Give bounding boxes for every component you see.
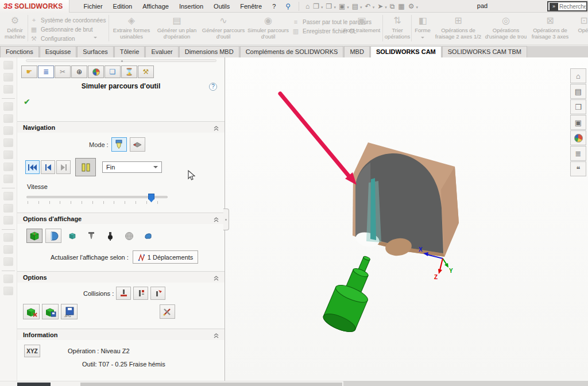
attach-icon[interactable]: ⧉ [388, 1, 397, 11]
save-caret-icon[interactable]: ▾ [347, 5, 349, 10]
new-doc-icon[interactable]: ❐ [311, 1, 321, 11]
feature-edge-strip[interactable] [0, 57, 17, 381]
record-avi-button[interactable] [23, 304, 40, 319]
show-chuck-button[interactable] [140, 229, 156, 243]
taskpane-home-button[interactable]: ⌂ [570, 68, 586, 83]
select-icon[interactable]: ➤ [376, 1, 385, 11]
tab-tooling[interactable]: ⚒ [138, 65, 154, 78]
go-to-start-button[interactable] [25, 160, 40, 174]
edge-strip-icon[interactable] [3, 114, 13, 123]
panel-splitter-handle[interactable] [223, 209, 229, 230]
tab-fonctions[interactable]: Fonctions [0, 46, 39, 57]
collapse-chevrons-icon[interactable] [214, 217, 219, 222]
show-stock-button[interactable] [26, 229, 42, 243]
position-dropdown[interactable]: Fin [102, 161, 162, 173]
edge-strip-icon[interactable] [3, 275, 13, 283]
edge-strip-icon[interactable] [3, 150, 13, 159]
tab-evaluer[interactable]: Evaluer [145, 46, 178, 57]
tab-solidworks-cam-tbm[interactable]: SOLIDWORKS CAM TBM [442, 46, 527, 57]
taskpane-view-palette-button[interactable]: ▣ [570, 115, 586, 130]
taskpane-design-library-button[interactable]: ▤ [570, 84, 586, 99]
tab-solidworks-cam[interactable]: SOLIDWORKS CAM [370, 46, 442, 57]
edge-strip-icon[interactable] [3, 233, 13, 242]
tab-tools[interactable]: ✂ [55, 65, 71, 78]
ribbon-sort-operations[interactable]: ⇅ Trier opérations [384, 14, 411, 40]
ribbon-define-machine[interactable]: ⚙ Définir machine [2, 14, 28, 40]
print-icon[interactable]: ▤ [350, 1, 360, 11]
ribbon-shape[interactable]: ◧ Forme [412, 14, 433, 41]
pin-menu-icon[interactable]: ⚲ [285, 2, 291, 10]
section-view-button[interactable] [45, 229, 61, 243]
ribbon-post-process[interactable]: ▣ Post-traitement [342, 14, 381, 33]
cutting-tool[interactable] [321, 250, 383, 335]
ribbon-simulate-toolpath[interactable]: ◉ Simuler parcours d'outil [246, 14, 290, 40]
undo-caret-icon[interactable]: ▾ [373, 5, 375, 10]
pause-button[interactable] [75, 158, 96, 176]
section-options-header[interactable]: Options [17, 271, 225, 283]
edge-strip-icon[interactable] [3, 102, 13, 111]
section-display-header[interactable]: Options d'affichage [17, 213, 225, 224]
collision-stop-button[interactable] [116, 287, 131, 300]
help-icon[interactable]: ? [209, 83, 217, 91]
tab-esquisse[interactable]: Esquisse [40, 46, 77, 57]
edge-strip-icon[interactable] [3, 192, 13, 200]
menu-outils[interactable]: Outils [208, 1, 235, 12]
tab-dimensions-mbd[interactable]: Dimensions MBD [179, 46, 239, 57]
save-jpg-button[interactable]: JPG [61, 304, 78, 319]
menu-fenetre[interactable]: Fenêtre [235, 1, 267, 12]
edge-strip-icon[interactable] [3, 126, 13, 135]
ribbon-mill-25axis[interactable]: ⊞ Opérations de fraisage 2 axes 1/2 [434, 14, 482, 40]
tab-feature-tree[interactable]: ☛ [21, 65, 37, 78]
save-avi-button[interactable] [42, 304, 59, 319]
menu-edition[interactable]: Edition [108, 1, 138, 12]
tab-analysis[interactable] [88, 65, 104, 78]
edge-strip-icon[interactable] [3, 163, 13, 171]
open-doc-caret-icon[interactable]: ▾ [334, 5, 336, 10]
edge-strip-icon[interactable] [3, 257, 13, 266]
collision-rapid-button[interactable] [150, 287, 165, 300]
collapse-chevrons-icon[interactable] [214, 333, 219, 338]
show-tool-button[interactable] [83, 229, 99, 243]
tab-mbd[interactable]: MBD [344, 46, 369, 57]
tab-target[interactable]: ⊕ [71, 65, 87, 78]
search-icon[interactable]: » [550, 3, 558, 10]
options-caret-icon[interactable]: ▾ [416, 5, 418, 10]
turbo-mode-button[interactable] [130, 137, 145, 152]
edge-strip-icon[interactable] [3, 61, 13, 70]
simulation-settings-button[interactable] [160, 304, 175, 319]
step-forward-button[interactable] [56, 160, 71, 174]
taskpane-file-explorer-button[interactable]: ❒ [570, 99, 586, 114]
panel-collapse-handle[interactable] [17, 57, 225, 63]
taskpane-properties-button[interactable]: ≣ [570, 146, 586, 161]
edge-strip-icon[interactable] [3, 204, 13, 213]
ribbon-coord-system[interactable]: ⌖Système de coordonnées [30, 16, 106, 25]
rebuild-icon[interactable]: ▦ [396, 1, 406, 11]
tab-simulation[interactable]: ⌛ [121, 65, 137, 78]
collapse-chevrons-icon[interactable] [214, 276, 219, 281]
home-icon[interactable]: ⌂ [304, 1, 311, 11]
shape-caret-icon[interactable] [421, 37, 424, 40]
menu-affichage[interactable]: Affichage [137, 1, 174, 12]
taskpane-appearances-button[interactable] [570, 130, 586, 145]
moves-button[interactable]: 1 Déplacements [133, 250, 199, 264]
options-gear-icon[interactable]: ⚙ [407, 1, 416, 11]
edge-strip-icon[interactable] [3, 138, 13, 147]
tool-mode-button[interactable] [111, 137, 127, 152]
show-target-part-button[interactable] [64, 229, 80, 243]
open-doc-icon[interactable]: ❒ [324, 1, 334, 11]
ribbon-generate-plan[interactable]: ▤ Générer un plan d'opération [154, 14, 199, 40]
tab-tolerie[interactable]: Tôlerie [114, 46, 145, 57]
edge-strip-icon[interactable] [3, 85, 13, 94]
ribbon-generate-toolpath[interactable]: ∿ Générer parcours d'outil [201, 14, 246, 40]
configuration-caret-icon[interactable] [94, 37, 97, 40]
tab-surfaces[interactable]: Surfaces [77, 46, 113, 57]
save-icon[interactable]: ▣ [337, 1, 347, 11]
ribbon-hole-machining[interactable]: ◎ Opérations d'usinage de trou [484, 14, 528, 40]
print-caret-icon[interactable]: ▾ [360, 5, 362, 10]
edge-strip-icon[interactable] [3, 245, 13, 254]
new-doc-caret-icon[interactable]: ▾ [321, 5, 323, 10]
ribbon-stock-manager[interactable]: ▦Gestionnaire de brut [30, 25, 106, 34]
graphics-viewport[interactable]: X Y Z [226, 57, 588, 381]
tab-complements[interactable]: Compléments de SOLIDWORKS [240, 46, 344, 57]
ribbon-configuration[interactable]: ⚒Configuration [30, 34, 106, 43]
